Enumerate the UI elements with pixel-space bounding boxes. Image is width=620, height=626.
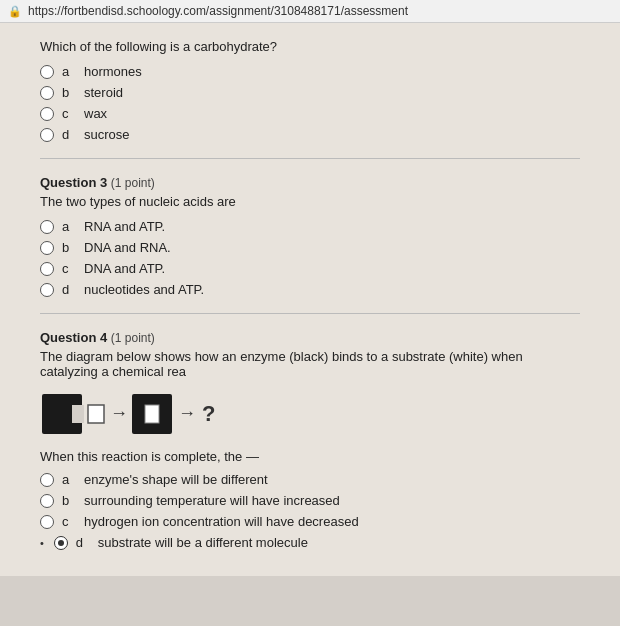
q2-text-a: hormones [84,64,142,79]
question-3: Question 3 (1 point) The two types of nu… [40,175,580,297]
q3-text-b: DNA and RNA. [84,240,171,255]
svg-text:→: → [110,403,128,423]
divider-3-4 [40,313,580,314]
q2-label-d: d [62,127,76,142]
q3-option-a[interactable]: a RNA and ATP. [40,219,580,234]
q4-radio-a[interactable] [40,473,54,487]
q2-text-d: sucrose [84,127,130,142]
q3-radio-b[interactable] [40,241,54,255]
q3-radio-c[interactable] [40,262,54,276]
q2-option-c[interactable]: c wax [40,106,580,121]
q3-option-b[interactable]: b DNA and RNA. [40,240,580,255]
q3-label-a: a [62,219,76,234]
q4-option-b[interactable]: b surrounding temperature will have incr… [40,493,580,508]
q4-text-c: hydrogen ion concentration will have dec… [84,514,359,529]
q2-option-a[interactable]: a hormones [40,64,580,79]
q4-text-a: enzyme's shape will be different [84,472,268,487]
question-4-text: The diagram below shows how an enzyme (b… [40,349,580,379]
question-3-text: The two types of nucleic acids are [40,194,580,209]
lock-icon: 🔒 [8,5,22,18]
question-4: Question 4 (1 point) The diagram below s… [40,330,580,550]
svg-rect-5 [145,405,159,423]
question-2: Which of the following is a carbohydrate… [40,39,580,142]
url-text: https://fortbendisd.schoology.com/assign… [28,4,408,18]
enzyme-diagram: → → ? [40,389,580,439]
q2-label-b: b [62,85,76,100]
question-3-header: Question 3 (1 point) [40,175,580,190]
q4-label-b: b [62,493,76,508]
q3-text-d: nucleotides and ATP. [84,282,204,297]
diagram-caption: When this reaction is complete, the — [40,449,580,464]
q4-text-d: substrate will be a different molecule [98,535,308,550]
q4-text-b: surrounding temperature will have increa… [84,493,340,508]
q3-radio-a[interactable] [40,220,54,234]
q4-radio-b[interactable] [40,494,54,508]
q4-option-c[interactable]: c hydrogen ion concentration will have d… [40,514,580,529]
q3-option-d[interactable]: d nucleotides and ATP. [40,282,580,297]
q3-label-d: d [62,282,76,297]
q3-text-a: RNA and ATP. [84,219,165,234]
svg-rect-1 [72,405,84,423]
address-bar: 🔒 https://fortbendisd.schoology.com/assi… [0,0,620,23]
q2-radio-a[interactable] [40,65,54,79]
divider-2-3 [40,158,580,159]
q3-label-b: b [62,240,76,255]
q2-radio-c[interactable] [40,107,54,121]
q3-radio-d[interactable] [40,283,54,297]
q3-option-c[interactable]: c DNA and ATP. [40,261,580,276]
svg-text:?: ? [202,401,215,426]
q2-label-c: c [62,106,76,121]
dot-marker: • [40,537,44,549]
svg-rect-2 [88,405,104,423]
q4-radio-c[interactable] [40,515,54,529]
q3-label-c: c [62,261,76,276]
q2-radio-b[interactable] [40,86,54,100]
content-area: Which of the following is a carbohydrate… [0,23,620,576]
svg-text:→: → [178,403,196,423]
q2-option-b[interactable]: b steroid [40,85,580,100]
diagram-svg: → → ? [40,389,230,439]
q2-text-c: wax [84,106,107,121]
question-2-text: Which of the following is a carbohydrate… [40,39,580,54]
q2-label-a: a [62,64,76,79]
q4-label-c: c [62,514,76,529]
question-4-header: Question 4 (1 point) [40,330,580,345]
q2-option-d[interactable]: d sucrose [40,127,580,142]
q4-label-a: a [62,472,76,487]
q4-option-d[interactable]: • d substrate will be a different molecu… [40,535,580,550]
q4-label-d: d [76,535,90,550]
q4-radio-d[interactable] [54,536,68,550]
q2-text-b: steroid [84,85,123,100]
q4-option-a[interactable]: a enzyme's shape will be different [40,472,580,487]
q2-radio-d[interactable] [40,128,54,142]
q3-text-c: DNA and ATP. [84,261,165,276]
